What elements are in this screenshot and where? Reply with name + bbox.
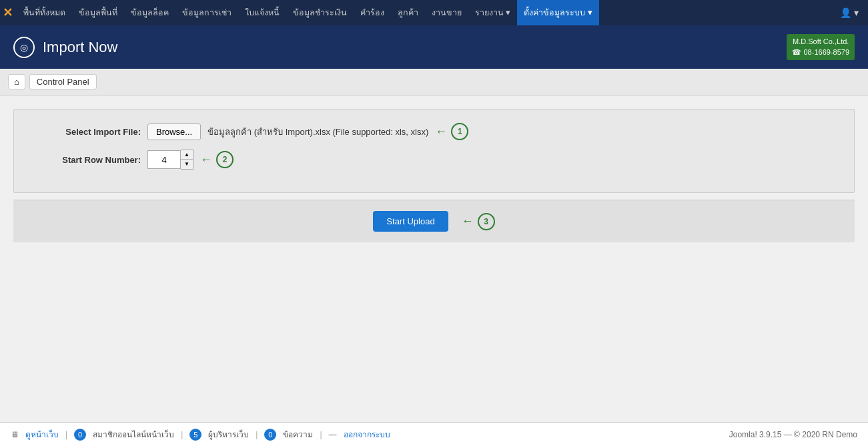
- admin-label: ผู้บริหารเว็บ: [208, 428, 249, 441]
- online-members-badge: 0: [74, 429, 86, 441]
- nav-item-invoice[interactable]: ใบแจ้งหนี้: [238, 0, 286, 25]
- monitor-icon: 🖥: [11, 430, 19, 439]
- joomla-icon[interactable]: ✕: [3, 5, 13, 20]
- spinner-down-button[interactable]: ▼: [181, 160, 193, 169]
- select-file-label: Select Import File:: [34, 127, 141, 137]
- top-navigation: ✕ พื้นที่ทั้งหมด ข้อมูลพื้นที่ ข้อมูลล็อ…: [0, 0, 868, 25]
- arrow-left-1: ←: [435, 125, 447, 139]
- control-panel-button[interactable]: Control Panel: [29, 74, 97, 89]
- nav-item-sales[interactable]: งานขาย: [425, 0, 468, 25]
- step-circle-2: 2: [216, 151, 234, 168]
- admin-count-badge: 5: [189, 429, 201, 441]
- nav-item-payment[interactable]: ข้อมูลชำระเงิน: [286, 0, 354, 25]
- company-badge: M.D.Soft Co.,Ltd. ☎ 08-1669-8579: [787, 34, 855, 60]
- nav-item-reports[interactable]: รายงาน ▾: [468, 0, 517, 25]
- arrow-indicator-3: ← 3: [462, 213, 495, 230]
- nav-item-settings[interactable]: ตั้งค่าข้อมูลระบบ ▾: [517, 0, 598, 25]
- spinner-wrap: ▲ ▼: [147, 150, 193, 170]
- spinner-up-button[interactable]: ▲: [181, 150, 193, 160]
- user-menu-icon[interactable]: 👤 ▾: [833, 7, 865, 18]
- see-website-link[interactable]: ดูหน้าเว็บ: [25, 428, 59, 441]
- arrow-indicator-2: ← 2: [200, 151, 234, 168]
- nav-item-lock-data[interactable]: ข้อมูลล็อค: [124, 0, 175, 25]
- page-title: Import Now: [43, 39, 117, 56]
- main-content: Select Import File: Browse... ข้อมูลลูกค…: [0, 95, 868, 422]
- header-bar: ◎ Import Now M.D.Soft Co.,Ltd. ☎ 08-1669…: [0, 25, 868, 69]
- footer: 🖥 ดูหน้าเว็บ | 0 สมาชิกออนไลน์หน้าเว็บ |…: [0, 422, 868, 446]
- page-title-area: ◎ Import Now: [13, 37, 117, 58]
- upload-section: Start Upload ← 3: [13, 200, 855, 242]
- start-row-input[interactable]: [147, 150, 181, 169]
- logout-separator: —: [329, 430, 337, 439]
- footer-left: 🖥 ดูหน้าเว็บ | 0 สมาชิกออนไลน์หน้าเว็บ |…: [11, 428, 390, 441]
- nav-item-places[interactable]: พื้นที่ทั้งหมด: [17, 0, 72, 25]
- target-icon: ◎: [13, 37, 35, 58]
- messages-label: ข้อความ: [283, 428, 313, 441]
- nav-item-rental-data[interactable]: ข้อมูลการเช่า: [175, 0, 238, 25]
- browse-button[interactable]: Browse...: [147, 124, 201, 140]
- start-upload-button[interactable]: Start Upload: [373, 211, 448, 232]
- logout-link[interactable]: ออกจากระบบ: [344, 428, 390, 441]
- nav-item-area-data[interactable]: ข้อมูลพื้นที่: [72, 0, 124, 25]
- form-container: Select Import File: Browse... ข้อมูลลูกค…: [13, 109, 855, 193]
- start-row-label: Start Row Number:: [34, 155, 141, 165]
- nav-item-request[interactable]: คำร้อง: [354, 0, 391, 25]
- home-button[interactable]: ⌂: [8, 74, 25, 89]
- nav-right: 👤 ▾: [833, 7, 865, 18]
- spinner-buttons: ▲ ▼: [181, 150, 193, 170]
- breadcrumb-bar: ⌂ Control Panel: [0, 69, 868, 95]
- arrow-indicator-1: ← 1: [435, 123, 468, 140]
- step-circle-3: 3: [478, 213, 495, 230]
- file-info-text: ข้อมูลลูกค้า (สำหรับ Import).xlsx (File …: [207, 125, 428, 139]
- online-members-label: สมาชิกออนไลน์หน้าเว็บ: [93, 428, 174, 441]
- arrow-left-3: ←: [462, 214, 474, 228]
- select-file-row: Select Import File: Browse... ข้อมูลลูกค…: [34, 123, 834, 140]
- start-row-row: Start Row Number: ▲ ▼ ← 2: [34, 150, 834, 170]
- nav-items: พื้นที่ทั้งหมด ข้อมูลพื้นที่ ข้อมูลล็อค …: [17, 0, 833, 25]
- nav-item-customer[interactable]: ลูกค้า: [391, 0, 425, 25]
- arrow-left-2: ←: [200, 153, 212, 167]
- step-circle-1: 1: [451, 123, 468, 140]
- footer-right: Joomla! 3.9.15 — © 2020 RN Demo: [729, 430, 857, 439]
- messages-count-badge: 0: [264, 429, 276, 441]
